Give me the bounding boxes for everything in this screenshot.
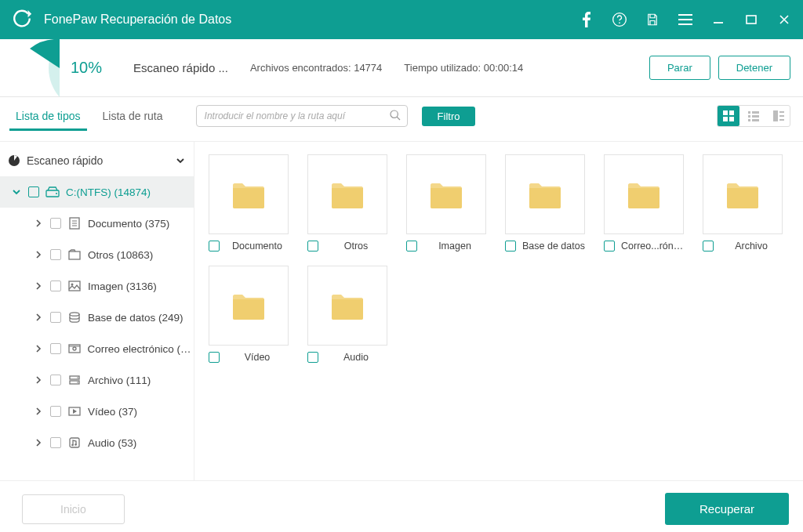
archive-icon [67, 373, 82, 387]
document-icon [67, 216, 82, 230]
folder-card[interactable]: Archivo [703, 154, 783, 252]
checkbox[interactable] [28, 186, 39, 197]
database-icon [67, 310, 82, 324]
chevron-right-icon[interactable] [33, 406, 44, 417]
drive-icon [45, 185, 60, 199]
checkbox[interactable] [209, 352, 220, 363]
maximize-icon[interactable] [743, 12, 759, 27]
folder-card[interactable]: Documento [209, 154, 289, 252]
checkbox[interactable] [50, 280, 61, 291]
svg-rect-9 [752, 111, 759, 114]
checkbox[interactable] [50, 312, 61, 323]
save-icon[interactable] [645, 12, 660, 27]
chevron-down-icon[interactable] [11, 186, 22, 197]
chevron-right-icon[interactable] [33, 437, 44, 448]
search-icon[interactable] [389, 109, 402, 121]
chevron-right-icon[interactable] [33, 249, 44, 260]
view-list-icon[interactable] [743, 106, 765, 126]
tab-types[interactable]: Lista de tipos [5, 102, 92, 130]
chevron-down-icon[interactable] [175, 155, 186, 166]
chevron-right-icon[interactable] [33, 375, 44, 385]
tree-item[interactable]: Imagen (3136) [0, 270, 194, 302]
close-icon[interactable] [776, 12, 792, 27]
home-button[interactable]: Inicio [22, 494, 125, 524]
svg-point-24 [71, 284, 74, 286]
folder-name: Vídeo [226, 352, 289, 363]
checkbox[interactable] [505, 241, 516, 252]
svg-rect-22 [69, 252, 80, 259]
folder-card[interactable]: Imagen [406, 154, 486, 252]
checkbox[interactable] [703, 241, 714, 252]
folder-card[interactable]: Audio [307, 266, 387, 363]
files-found-label: Archivos encontrados: 14774 [250, 62, 382, 74]
view-detail-icon[interactable] [768, 106, 790, 126]
time-elapsed-label: Tiempo utilizado: 00:00:14 [404, 62, 523, 74]
view-grid-icon[interactable] [718, 106, 739, 126]
tree-item[interactable]: Documento (375) [0, 208, 194, 239]
folder-thumb [604, 154, 684, 234]
tree-item[interactable]: Base de datos (249) [0, 302, 194, 333]
checkbox[interactable] [307, 241, 318, 252]
folder-thumb [209, 154, 289, 234]
checkbox[interactable] [307, 352, 318, 363]
search-input[interactable] [196, 105, 408, 127]
tree-item-label: Audio (53) [88, 437, 136, 449]
minimize-icon[interactable] [710, 12, 726, 27]
app-logo [11, 9, 33, 31]
checkbox[interactable] [50, 406, 61, 417]
filter-button[interactable]: Filtro [422, 107, 476, 126]
checkbox[interactable] [50, 249, 61, 260]
checkbox[interactable] [50, 375, 61, 385]
progress-arc [13, 39, 67, 97]
checkbox[interactable] [50, 343, 61, 354]
svg-rect-13 [752, 119, 759, 121]
progress-bar: 10% Escaneo rápido ... Archivos encontra… [0, 39, 803, 97]
chevron-right-icon[interactable] [33, 312, 44, 323]
checkbox[interactable] [50, 437, 61, 448]
chevron-right-icon[interactable] [33, 343, 44, 354]
tree-root-label: Escaneo rápido [27, 154, 103, 167]
chevron-right-icon[interactable] [33, 280, 44, 291]
checkbox[interactable] [209, 241, 220, 252]
chevron-right-icon[interactable] [33, 218, 44, 229]
checkbox[interactable] [604, 241, 615, 252]
folder-card[interactable]: Vídeo [209, 266, 289, 363]
svg-point-35 [74, 443, 77, 446]
feedback-icon[interactable] [612, 12, 627, 27]
folder-name: Archivo [720, 241, 783, 252]
tree-item[interactable]: Otros (10863) [0, 239, 194, 270]
tree-item[interactable]: Archivo (111) [0, 364, 194, 396]
folder-name: Otros [325, 241, 387, 252]
tree-item-label: Documento (375) [88, 218, 169, 230]
menu-icon[interactable] [678, 12, 693, 27]
audio-icon [67, 436, 82, 450]
progress-percent: 10% [71, 59, 133, 77]
pie-icon [8, 154, 20, 167]
tree-drive-c[interactable]: C:(NTFS) (14874) [0, 176, 194, 208]
tree-item[interactable]: Vídeo (37) [0, 396, 194, 427]
folder-card[interactable]: Base de datos [505, 154, 585, 252]
folder-thumb [505, 154, 585, 234]
tab-paths[interactable]: Lista de ruta [92, 102, 174, 130]
content-area: DocumentoOtrosImagenBase de datosCorreo.… [194, 142, 803, 480]
stop-button[interactable]: Detener [718, 56, 790, 80]
svg-point-31 [77, 382, 78, 383]
pause-button[interactable]: Parar [649, 56, 710, 80]
folder-card[interactable]: Otros [307, 154, 387, 252]
tree-root-quickscan[interactable]: Escaneo rápido [0, 145, 194, 176]
recover-button[interactable]: Recuperar [665, 493, 789, 525]
folder-name: Imagen [423, 241, 486, 252]
svg-rect-11 [752, 115, 759, 118]
facebook-icon[interactable] [579, 12, 594, 27]
tree-item[interactable]: Audio (53) [0, 427, 194, 458]
svg-point-3 [391, 110, 398, 118]
tree-item[interactable]: Correo electrónico (50) [0, 333, 194, 364]
tree-item-label: Imagen (3136) [88, 280, 157, 292]
folder-card[interactable]: Correo...rónico [604, 154, 684, 252]
app-title: FonePaw Recuperación de Datos [44, 13, 579, 27]
folder-thumb [406, 154, 486, 234]
svg-point-25 [70, 313, 79, 316]
checkbox[interactable] [50, 218, 61, 229]
checkbox[interactable] [406, 241, 417, 252]
tree-item-label: Base de datos (249) [88, 312, 183, 324]
